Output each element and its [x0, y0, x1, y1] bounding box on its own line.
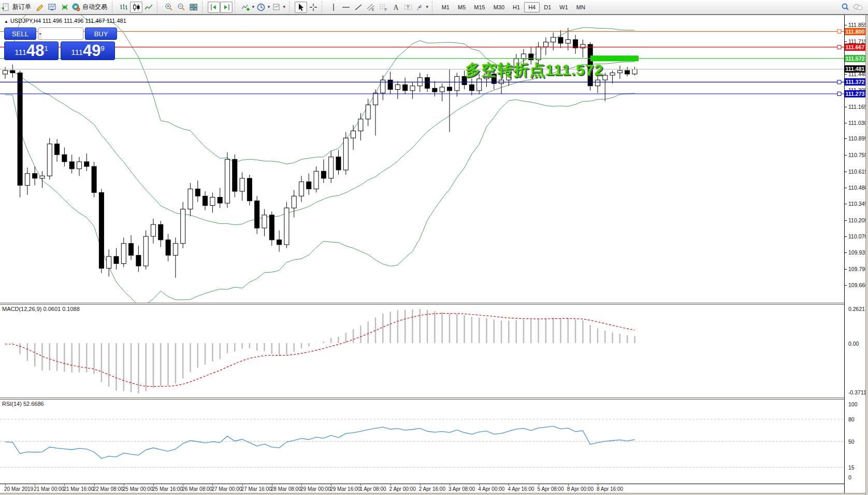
macd-axis-label: 0.00 [848, 341, 859, 347]
timeframe-w1-button[interactable]: W1 [555, 2, 572, 12]
profiles-button[interactable] [46, 2, 59, 13]
shift-chart-button[interactable] [208, 2, 220, 13]
time-label: 25 Mar 16:00 [152, 486, 183, 492]
main-chart-pane: ▲USDJPY,H4 111.496 111.496 111.467 111.4… [0, 15, 844, 303]
fibonacci-button[interactable]: F [377, 2, 389, 13]
mt4-window: 新订单自动交易▼▼▼EFAT▼M1M5M15M30H1H4D1W1MN ▲USD… [0, 0, 868, 495]
time-label: 27 Mar 00:00 [211, 486, 242, 492]
zoom-in-button[interactable] [163, 2, 175, 13]
toolbar-separator [289, 2, 293, 13]
timeframe-h1-button[interactable]: H1 [509, 2, 524, 12]
rsi-axis-label: 100 [848, 401, 858, 407]
chart-window: ▲USDJPY,H4 111.496 111.496 111.467 111.4… [0, 15, 868, 495]
time-label: 4 Apr 16:00 [508, 486, 534, 492]
search-button[interactable] [839, 2, 851, 13]
periods-button[interactable]: ▼ [256, 2, 271, 13]
timeframe-m30-button[interactable]: M30 [489, 2, 509, 12]
arrows-button[interactable]: ▼ [414, 2, 430, 13]
signals-button[interactable] [59, 2, 71, 13]
rsi-axis-label: 50 [848, 439, 855, 445]
time-tick [568, 484, 569, 486]
collapse-arrow-icon[interactable]: ▲ [4, 19, 8, 24]
time-label: 25 Mar 00:00 [123, 486, 153, 492]
line-chart-button[interactable] [142, 2, 155, 13]
svg-text:F: F [385, 8, 387, 11]
auto-scroll-button[interactable] [220, 2, 233, 13]
time-label: 4 Apr 00:00 [478, 486, 504, 492]
price-badge: 111.800 [845, 28, 865, 35]
price-tick-label: 110.755 [848, 152, 867, 158]
time-label: 8 Apr 16:00 [597, 486, 623, 492]
text-label-button[interactable]: T [402, 2, 414, 13]
time-tick [360, 484, 361, 486]
timeframe-mn-button[interactable]: MN [572, 2, 589, 12]
rsi-chart [0, 400, 844, 484]
svg-text:T: T [407, 5, 410, 10]
autotrading-button[interactable]: 自动交易 [71, 2, 110, 13]
chart-text-annotation[interactable]: 多空转折点111.572 [465, 60, 603, 81]
time-tick [94, 484, 95, 486]
toolbar: 新订单自动交易▼▼▼EFAT▼M1M5M15M30H1H4D1W1MN [0, 0, 868, 15]
volume-input[interactable] [42, 28, 83, 39]
price-tick [845, 25, 847, 25]
price-tick-label: 110.480 [848, 185, 867, 191]
trendline-button[interactable] [352, 2, 365, 13]
price-tick-label: 110.205 [848, 217, 867, 223]
rsi-axis-label: 80 [848, 416, 855, 422]
price-badge: 111.372 [845, 78, 865, 86]
community-button[interactable] [851, 2, 864, 13]
buy-price-block[interactable]: 111499 [61, 41, 115, 60]
buy-price-big: 49 [83, 42, 100, 59]
time-label: 2 Apr 16:00 [419, 486, 445, 492]
toolbar-separator [322, 2, 326, 13]
toolbar-separator [235, 2, 239, 13]
price-badge: 111.667 [845, 44, 865, 51]
sell-price-block[interactable]: 111481 [4, 41, 59, 60]
time-tick [301, 484, 302, 486]
chevron-down-icon: ▼ [425, 5, 429, 9]
horizontal-line-button[interactable] [340, 2, 352, 13]
timeframe-m15-button[interactable]: M15 [470, 2, 489, 12]
timeframe-m5-button[interactable]: M5 [454, 2, 470, 12]
time-tick [331, 484, 331, 486]
crosshair-button[interactable] [307, 2, 320, 13]
price-tick-label: 110.070 [848, 233, 867, 239]
cursor-button[interactable] [295, 2, 307, 13]
price-badge: 111.572 [845, 55, 865, 62]
rsi-axis-label: 15 [848, 464, 855, 471]
time-label: 26 Mar 08:00 [182, 486, 212, 492]
candlestick-chart-button[interactable] [130, 2, 142, 13]
bar-chart-button[interactable] [118, 2, 130, 13]
time-tick [479, 484, 480, 486]
sell-button[interactable]: SELL [4, 27, 36, 40]
time-tick [539, 484, 539, 486]
templates-button[interactable]: ▼ [271, 2, 287, 13]
buy-button[interactable]: BUY [85, 27, 117, 40]
time-label: 22 Mar 08:00 [93, 486, 124, 492]
price-tick [845, 74, 847, 75]
time-label: 27 Mar 16:00 [241, 486, 272, 492]
timeframe-h4-button[interactable]: H4 [524, 2, 540, 12]
sell-price-sup: 1 [45, 45, 48, 52]
tile-windows-button[interactable] [187, 2, 200, 13]
price-tick [845, 236, 847, 237]
timeframe-d1-button[interactable]: D1 [540, 2, 555, 12]
toolbar-separator [432, 2, 436, 13]
svg-text:A: A [393, 4, 399, 11]
time-label: 21 Mar 00:00 [34, 486, 64, 492]
vertical-line-button[interactable] [327, 2, 340, 13]
text-button[interactable]: A [389, 2, 402, 13]
time-axis: 20 Mar 201921 Mar 00:0021 Mar 16:0022 Ma… [0, 484, 868, 493]
zoom-out-button[interactable] [175, 2, 187, 13]
time-tick [212, 484, 213, 486]
metaeditor-button[interactable] [34, 2, 46, 13]
indicators-button[interactable]: ▼ [240, 2, 256, 13]
price-tick-label: 110.345 [848, 201, 867, 207]
equidistant-channel-button[interactable]: E [365, 2, 377, 13]
volume-decrease-button[interactable]: ▼ [38, 28, 42, 39]
time-label: 21 Mar 16:00 [63, 486, 94, 492]
volume-box: ▼ ▲ [38, 27, 83, 40]
timeframe-m1-button[interactable]: M1 [438, 2, 454, 12]
new-order-button[interactable]: 新订单 [1, 2, 34, 13]
price-tick [845, 188, 847, 188]
